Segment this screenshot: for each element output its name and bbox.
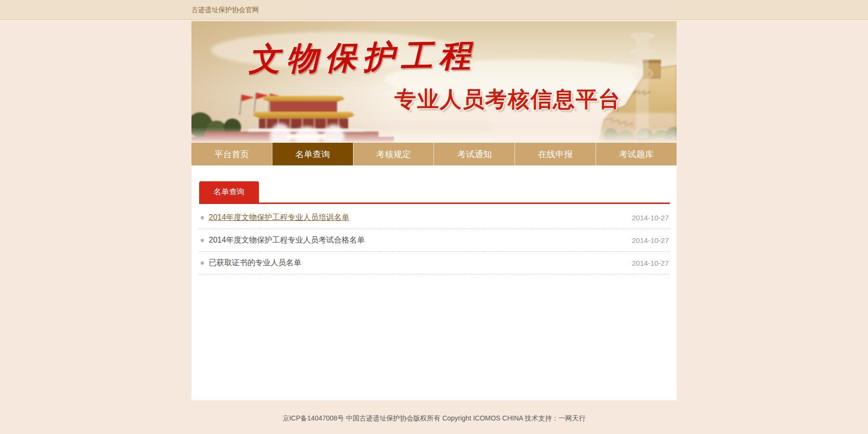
- main-nav: 平台首页名单查询考核规定考试通知在线申报考试题库: [191, 143, 677, 165]
- nav-item-1[interactable]: 名单查询: [272, 143, 353, 165]
- topbar: 古迹遗址保护协会官网: [0, 0, 868, 20]
- bullet-icon: [201, 239, 204, 242]
- main-column: 文物保护工程 专业人员考核信息平台 平台首页名单查询考核规定考试通知在线申报考试…: [191, 21, 677, 400]
- news-date: 2014-10-27: [632, 259, 669, 267]
- banner: 文物保护工程 专业人员考核信息平台: [191, 21, 677, 143]
- banner-title: 文物保护工程: [248, 34, 477, 81]
- news-link[interactable]: 2014年度文物保护工程专业人员培训名单: [209, 213, 350, 223]
- section-tab[interactable]: 名单查询: [199, 181, 259, 203]
- news-list: 2014年度文物保护工程专业人员培训名单2014-10-272014年度文物保护…: [199, 206, 670, 274]
- news-link[interactable]: 2014年度文物保护工程专业人员考试合格名单: [209, 235, 365, 245]
- nav-item-3[interactable]: 考试通知: [434, 143, 515, 165]
- nav-item-4[interactable]: 在线申报: [515, 143, 596, 165]
- nav-item-5[interactable]: 考试题库: [596, 143, 677, 165]
- news-row: 已获取证书的专业人员名单2014-10-27: [199, 252, 670, 274]
- news-date: 2014-10-27: [632, 236, 669, 244]
- news-row: 2014年度文物保护工程专业人员培训名单2014-10-27: [199, 206, 670, 229]
- footer: 京ICP备14047008号 中国古迹遗址保护协会版权所有 Copyright …: [0, 400, 868, 423]
- news-row: 2014年度文物保护工程专业人员考试合格名单2014-10-27: [199, 229, 670, 252]
- news-link[interactable]: 已获取证书的专业人员名单: [209, 258, 301, 268]
- nav-item-2[interactable]: 考核规定: [353, 143, 434, 165]
- bullet-icon: [201, 261, 204, 265]
- bullet-icon: [201, 216, 204, 219]
- section-tab-row: 名单查询: [199, 181, 670, 204]
- news-date: 2014-10-27: [632, 214, 669, 222]
- site-name-link[interactable]: 古迹遗址保护协会官网: [191, 0, 259, 19]
- content-area: 名单查询 2014年度文物保护工程专业人员培训名单2014-10-272014年…: [191, 165, 677, 400]
- nav-item-0[interactable]: 平台首页: [191, 143, 272, 165]
- banner-subtitle: 专业人员考核信息平台: [394, 85, 621, 114]
- footer-text: 京ICP备14047008号 中国古迹遗址保护协会版权所有 Copyright …: [283, 414, 586, 422]
